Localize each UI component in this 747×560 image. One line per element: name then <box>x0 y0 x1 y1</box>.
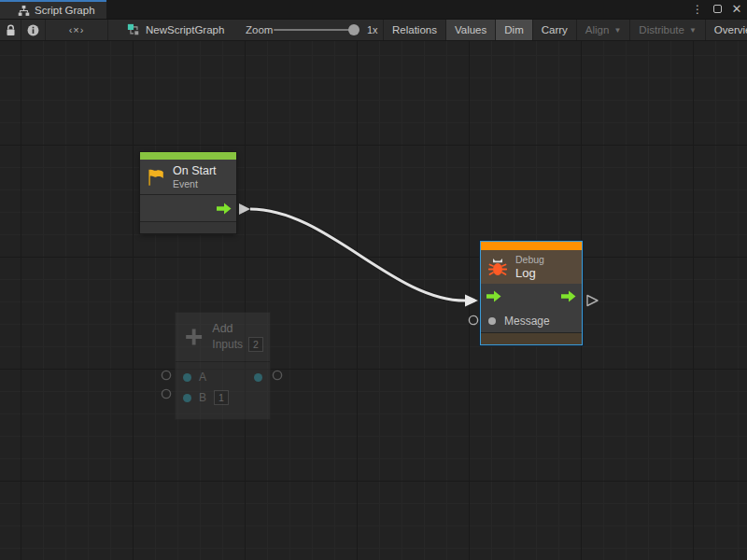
lock-icon <box>6 24 16 36</box>
node-title: On Start <box>173 164 217 178</box>
distribute-dropdown[interactable]: Distribute▼ <box>629 20 705 40</box>
port-a-label: A <box>199 371 206 384</box>
connection-layer <box>0 41 747 560</box>
trigger-out-arrow-icon[interactable] <box>217 203 232 215</box>
graph-canvas[interactable]: On Start Event <box>0 41 747 560</box>
zoom-label: Zoom <box>246 24 274 35</box>
graph-toolbar: ‹×› NewScriptGraph Zoom 1x Relations Val… <box>0 19 747 41</box>
flag-icon <box>146 167 166 188</box>
script-graph-window: Script Graph ⋮ ✕ ‹×› <box>0 0 747 560</box>
relations-button[interactable]: Relations <box>383 20 445 40</box>
trigger-in-arrow-icon[interactable] <box>486 290 501 302</box>
graph-asset-icon <box>127 23 140 36</box>
add-b-in-port[interactable] <box>162 389 170 398</box>
tab-title: Script Graph <box>35 5 95 16</box>
node-title: Add <box>212 322 263 335</box>
value-port-b[interactable] <box>183 394 191 402</box>
tab-script-graph[interactable]: Script Graph <box>0 0 106 19</box>
title-bar: Script Graph ⋮ ✕ <box>0 0 747 19</box>
caret-down-icon: ▼ <box>689 26 697 35</box>
wire-arrowhead <box>465 295 478 307</box>
overview-button[interactable]: Overview <box>705 20 747 40</box>
log-trigger-out-port[interactable] <box>587 296 598 306</box>
window-menu-icon[interactable]: ⋮ <box>691 0 704 19</box>
node-accent-bar <box>140 152 236 160</box>
node-on-start[interactable]: On Start Event <box>140 152 236 233</box>
plus-icon <box>182 323 205 351</box>
zoom-slider-handle[interactable] <box>348 24 359 35</box>
info-icon <box>27 24 39 36</box>
node-accent-bar <box>481 242 582 250</box>
node-title: Log <box>515 266 544 280</box>
port-b-value-field[interactable]: 1 <box>214 390 229 405</box>
message-value-port[interactable] <box>488 317 496 325</box>
info-button[interactable] <box>21 20 46 40</box>
graph-reference[interactable]: NewScriptGraph <box>127 20 224 40</box>
values-button[interactable]: Values <box>445 20 495 40</box>
align-dropdown[interactable]: Align▼ <box>576 20 630 40</box>
trigger-out-arrow-icon[interactable] <box>561 290 576 302</box>
dim-button[interactable]: Dim <box>495 20 531 40</box>
script-graph-icon <box>18 5 30 17</box>
caret-down-icon: ▼ <box>613 26 621 35</box>
node-add-dimmed[interactable]: Add Inputs 2 A B 1 <box>176 313 270 419</box>
carry-button[interactable]: Carry <box>532 20 576 40</box>
zoom-value: 1x <box>367 24 378 35</box>
zoom-slider[interactable] <box>274 29 356 31</box>
add-a-in-port[interactable] <box>162 371 170 379</box>
code-view-button[interactable]: ‹×› <box>46 20 108 40</box>
port-b-label: B <box>199 391 206 404</box>
inputs-label: Inputs <box>212 338 243 351</box>
log-message-in-port[interactable] <box>469 315 477 324</box>
message-port-label: Message <box>504 315 550 328</box>
node-subtitle: Event <box>173 178 217 190</box>
node-footer <box>140 222 236 233</box>
add-sum-out-port[interactable] <box>273 371 281 379</box>
maximize-icon[interactable] <box>711 0 724 19</box>
node-footer <box>481 333 582 344</box>
value-port-a[interactable] <box>183 373 191 382</box>
lock-button[interactable] <box>0 20 21 40</box>
on-start-trigger-out-port[interactable] <box>239 203 250 215</box>
graph-name: NewScriptGraph <box>146 24 224 35</box>
value-port-sum[interactable] <box>254 373 262 382</box>
bug-icon <box>486 256 509 278</box>
wire-onstart-to-log[interactable] <box>250 209 478 307</box>
node-category: Debug <box>515 254 544 266</box>
node-debug-log[interactable]: Debug Log Message <box>480 241 583 345</box>
close-icon[interactable]: ✕ <box>730 0 743 19</box>
inputs-count-field[interactable]: 2 <box>248 337 263 352</box>
